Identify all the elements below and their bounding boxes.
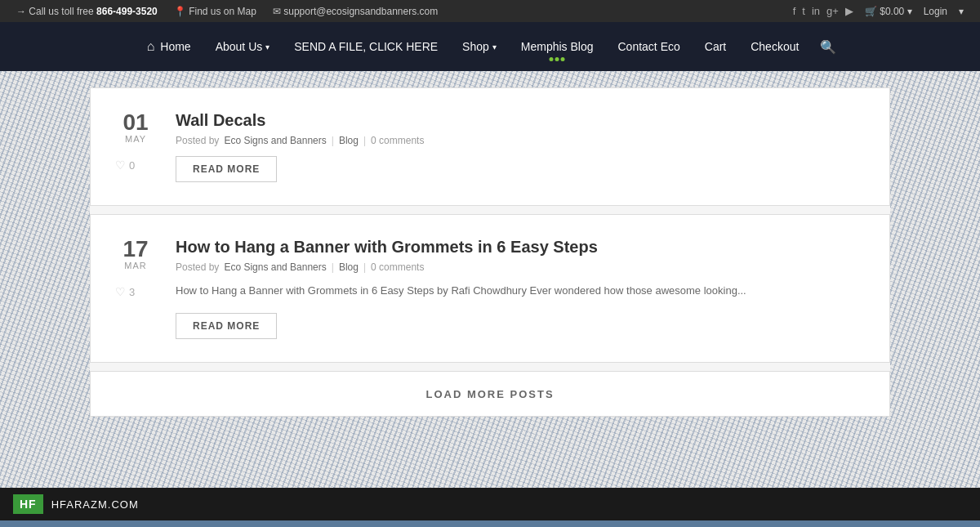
post-card: 01 MAY ♡ 0 Wall Decals Posted by Eco Sig… <box>90 87 890 206</box>
page-background: 01 MAY ♡ 0 Wall Decals Posted by Eco Sig… <box>0 71 980 488</box>
read-more-button[interactable]: READ MORE <box>176 313 277 339</box>
heart-icon: ♡ <box>115 285 126 298</box>
nav-home[interactable]: ⌂ Home <box>137 33 201 60</box>
phone-label: Call us toll free <box>29 6 93 17</box>
search-icon[interactable]: 🔍 <box>813 33 843 61</box>
footer-domain: HFARAZM.COM <box>51 498 139 511</box>
post-category[interactable]: Blog <box>339 261 359 273</box>
post-like-count: 0 <box>129 159 135 172</box>
post-day: 17 <box>115 238 156 261</box>
post-meta: Posted by Eco Signs and Banners | Blog |… <box>176 135 865 146</box>
chevron-down-icon-shop: ▾ <box>492 42 497 51</box>
cart-amount: $0.00 <box>880 6 904 17</box>
nav-about[interactable]: About Us ▾ <box>206 33 280 60</box>
top-bar-right: f t in g+ ▶ 🛒 $0.00 ▾ Login ▾ <box>793 5 964 17</box>
post-content: How to Hang a Banner with Grommets in 6 … <box>176 238 865 339</box>
nav-blog-label: Memphis Blog <box>521 40 594 53</box>
nav-send-file-label: SEND A FILE, CLICK HERE <box>294 40 438 53</box>
heart-icon: ♡ <box>115 159 126 172</box>
hf-badge: HF <box>13 494 43 514</box>
cart-icon[interactable]: 🛒 $0.00 ▾ <box>865 6 912 17</box>
nav-cart-label: Cart <box>705 40 726 53</box>
nav-send-file[interactable]: SEND A FILE, CLICK HERE <box>284 33 448 60</box>
nav-shop-label: Shop <box>462 40 489 53</box>
post-day: 01 <box>115 111 156 134</box>
post-content: Wall Decals Posted by Eco Signs and Bann… <box>176 111 865 182</box>
post-category[interactable]: Blog <box>339 135 359 146</box>
post-card: 17 MAR ♡ 3 How to Hang a Banner with Gro… <box>90 214 890 363</box>
nav-home-label: Home <box>160 40 190 53</box>
post-like: ♡ 0 <box>115 159 156 172</box>
youtube-icon[interactable]: ▶ <box>845 5 853 17</box>
email-address: support@ecosignsandbanners.com <box>283 6 438 17</box>
nav-about-label: About Us <box>216 40 263 53</box>
nav-cart[interactable]: Cart <box>695 33 736 60</box>
post-title[interactable]: How to Hang a Banner with Grommets in 6 … <box>176 238 865 257</box>
posted-by-label: Posted by <box>176 261 219 273</box>
post-like-count: 3 <box>129 286 135 298</box>
post-author[interactable]: Eco Signs and Banners <box>224 135 326 146</box>
nav-blog-dots <box>550 57 565 61</box>
nav-shop[interactable]: Shop ▾ <box>452 33 506 60</box>
post-date: 17 MAR ♡ 3 <box>115 238 156 298</box>
login-button[interactable]: Login <box>924 6 947 17</box>
top-bar-left: → Call us toll free 866-499-3520 📍 Find … <box>16 6 438 17</box>
post-meta: Posted by Eco Signs and Banners | Blog |… <box>176 261 865 273</box>
email-link[interactable]: ✉ support@ecosignsandbanners.com <box>273 6 438 17</box>
linkedin-icon[interactable]: in <box>812 5 820 17</box>
chevron-down-icon: ▾ <box>265 42 270 51</box>
posted-by-label: Posted by <box>176 135 219 146</box>
home-icon: ⌂ <box>147 39 155 54</box>
post-title[interactable]: Wall Decals <box>176 111 865 130</box>
map-label: Find us on Map <box>189 6 256 17</box>
nav-memphis-blog[interactable]: Memphis Blog <box>511 33 604 60</box>
main-nav: ⌂ Home About Us ▾ SEND A FILE, CLICK HER… <box>0 22 980 71</box>
post-date: 01 MAY ♡ 0 <box>115 111 156 172</box>
phone-info: → Call us toll free 866-499-3520 <box>16 6 158 17</box>
post-author[interactable]: Eco Signs and Banners <box>224 261 326 273</box>
facebook-icon[interactable]: f <box>793 5 796 17</box>
post-like: ♡ 3 <box>115 285 156 298</box>
read-more-button[interactable]: READ MORE <box>176 156 277 182</box>
map-link[interactable]: 📍 Find us on Map <box>174 6 256 17</box>
post-month: MAY <box>115 134 156 144</box>
phone-number[interactable]: 866-499-3520 <box>96 6 158 17</box>
post-comments: 0 comments <box>371 261 424 273</box>
load-more-button[interactable]: LOAD MORE POSTS <box>425 388 554 400</box>
post-comments: 0 comments <box>371 135 424 146</box>
blog-container: 01 MAY ♡ 0 Wall Decals Posted by Eco Sig… <box>90 87 890 417</box>
load-more-bar: LOAD MORE POSTS <box>90 371 890 417</box>
nav-checkout[interactable]: Checkout <box>741 33 808 60</box>
nav-contact[interactable]: Contact Eco <box>608 33 690 60</box>
social-icons: f t in g+ ▶ <box>793 5 853 17</box>
post-month: MAR <box>115 261 156 270</box>
top-bar: → Call us toll free 866-499-3520 📍 Find … <box>0 0 980 22</box>
post-excerpt: How to Hang a Banner with Grommets in 6 … <box>176 283 865 300</box>
footer-bar: HF HFARAZM.COM <box>0 488 980 520</box>
nav-contact-label: Contact Eco <box>618 40 680 53</box>
nav-checkout-label: Checkout <box>751 40 799 53</box>
twitter-icon[interactable]: t <box>802 5 805 17</box>
googleplus-icon[interactable]: g+ <box>826 5 839 17</box>
